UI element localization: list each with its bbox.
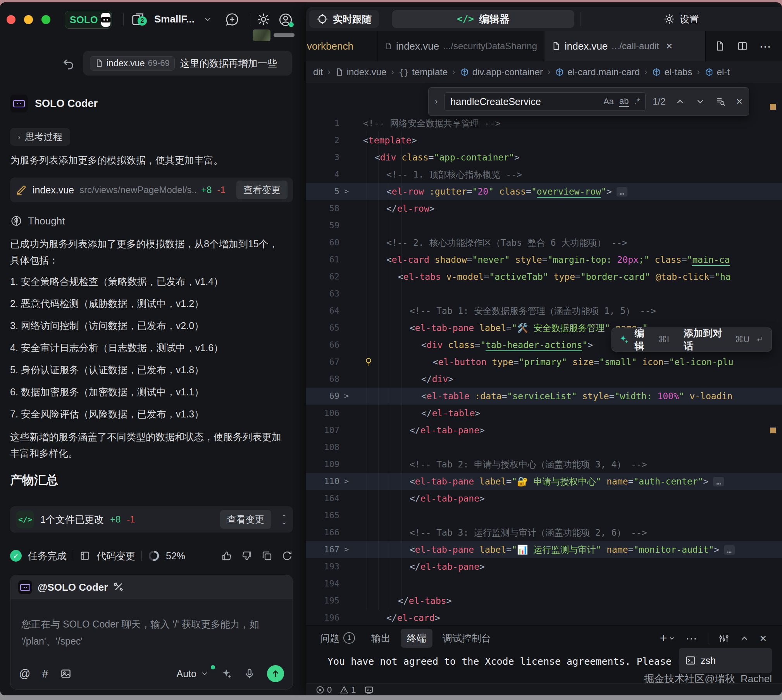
chat-composer[interactable]: @SOLO Coder 您正在与 SOLO Coder 聊天，输入 '/' 获取… [10, 575, 293, 690]
send-button[interactable] [267, 665, 284, 682]
code-editor[interactable]: 1<!-- 网络安全数据共享管理 -->2<template>3<div cla… [306, 83, 782, 625]
errors-status[interactable]: 0 [315, 685, 332, 695]
new-file-icon[interactable] [715, 41, 725, 52]
panel-tab-调试控制台[interactable]: 调试控制台 [436, 629, 497, 648]
new-chat-icon[interactable] [225, 12, 239, 27]
insert-corner-icon[interactable] [755, 334, 765, 345]
breadcrumb-item[interactable]: el-card.main-card [555, 67, 640, 78]
workspace-name[interactable]: SmallF... [154, 13, 195, 25]
code-line-193[interactable]: 193</el-tab-pane> [306, 558, 782, 575]
code-line-3[interactable]: 3<div class="app-container"> [306, 149, 782, 166]
code-line-107[interactable]: 107</el-tab-pane> [306, 422, 782, 439]
context-hash-icon[interactable]: # [42, 667, 48, 680]
ports-icon[interactable] [364, 685, 374, 695]
view-changes-button[interactable]: 查看变更 [236, 181, 288, 199]
expand-collapse-icon[interactable]: ⌃⌃ [281, 515, 287, 524]
composer-placeholder[interactable]: 您正在与 SOLO Coder 聊天，输入 '/' 获取更多能力，如 '/pla… [21, 616, 259, 650]
workspace-chevron-icon[interactable] [203, 15, 212, 24]
sparkle-icon[interactable] [220, 668, 232, 679]
previous-match-icon[interactable] [675, 97, 685, 107]
maximize-panel-icon[interactable] [739, 633, 749, 643]
ai-edit-button[interactable]: 编辑 [634, 327, 653, 352]
close-find-icon[interactable]: × [736, 95, 742, 108]
code-line-67[interactable]: 67<el-button type="primary" size="small"… [306, 353, 782, 371]
code-line-4[interactable]: 4<!-- 1. 顶部核心指标概览 --> [306, 166, 782, 183]
code-line-194[interactable]: 194 [306, 575, 782, 592]
close-panel-icon[interactable]: × [760, 632, 766, 645]
find-widget[interactable]: › handleCreateService Aa ab .* 1/2 × [428, 87, 749, 116]
regex-icon[interactable]: .* [634, 97, 640, 107]
split-editor-icon[interactable] [737, 41, 748, 52]
lightbulb-icon[interactable] [363, 357, 374, 367]
code-line-2[interactable]: 2<template> [306, 132, 782, 149]
inline-ai-popup[interactable]: 编辑 ⌘I 添加到对话 ⌘U [611, 328, 772, 352]
file-change-card[interactable]: index.vue src/views/newPageModel/s... +8… [10, 178, 293, 202]
close-window-button[interactable] [7, 15, 16, 24]
tab-index-vue-security[interactable]: index.vue .../securityDataSharing [378, 31, 544, 61]
more-actions-icon[interactable]: ⋯ [760, 40, 772, 53]
new-terminal-button[interactable]: + [660, 631, 676, 645]
ai-add-to-chat-button[interactable]: 添加到对话 [684, 327, 729, 352]
code-line-58[interactable]: 58</el-row> [306, 200, 782, 217]
tab-index-vue-call-audit[interactable]: index.vue .../call-audit × [544, 31, 706, 61]
breadcrumb-item[interactable]: div.app-container [460, 67, 543, 78]
breadcrumb-item[interactable]: el-t [704, 67, 730, 78]
code-line-60[interactable]: 60<!-- 2. 核心功能操作区（Tabs 整合 6 大功能项） --> [306, 234, 782, 251]
fold-chevron-icon[interactable]: > [344, 473, 349, 490]
artifacts-card[interactable]: </> 1个文件已更改 +8 -1 查看变更 ⌃⌃ [10, 506, 293, 533]
code-line-167[interactable]: 167><el-tab-pane label="📊 运行监测与审计" name=… [306, 541, 782, 558]
code-change-label[interactable]: 代码变更 [96, 550, 135, 562]
terminal-shell-item[interactable]: zsh [679, 648, 772, 673]
live-follow-button[interactable]: 实时跟随 [309, 10, 379, 28]
code-line-109[interactable]: 109<!-- Tab 2: 申请与授权中心（涵盖功能项 3, 4） --> [306, 456, 782, 473]
code-line-195[interactable]: 195</el-tabs> [306, 592, 782, 609]
fold-chevron-icon[interactable]: > [344, 388, 349, 405]
code-line-165[interactable]: 165 [306, 507, 782, 524]
code-line-64[interactable]: 64<!-- Tab 1: 安全数据服务管理（涵盖功能项 1, 5） --> [306, 302, 782, 319]
code-line-110[interactable]: 110><el-tab-pane label="🔐 申请与授权中心" name=… [306, 473, 782, 490]
gear-icon[interactable] [257, 12, 270, 26]
solo-mode-button[interactable]: SOLO [65, 11, 112, 29]
zoom-window-button[interactable] [41, 15, 50, 24]
file-reference-chip[interactable]: index.vue 69-69 [90, 56, 175, 71]
toggle-replace-icon[interactable]: › [435, 97, 438, 107]
thumbs-down-icon[interactable] [241, 550, 253, 562]
terminal-more-icon[interactable]: ⋯ [686, 631, 698, 645]
close-tab-icon[interactable]: × [666, 40, 672, 52]
copy-icon[interactable] [261, 550, 273, 562]
code-line-108[interactable]: 108 [306, 439, 782, 456]
panel-tab-终端[interactable]: 终端 [401, 629, 432, 648]
fold-chevron-icon[interactable]: > [344, 541, 349, 558]
breadcrumb-item[interactable]: index.vue [335, 67, 387, 78]
thinking-process-toggle[interactable]: › 思考过程 [10, 128, 70, 146]
breadcrumb-item[interactable]: dit [313, 67, 323, 78]
code-line-68[interactable]: 68</div> [306, 371, 782, 388]
regenerate-icon[interactable] [281, 550, 293, 562]
code-line-196[interactable]: 196</el-card> [306, 609, 782, 625]
whole-word-icon[interactable]: ab [619, 96, 629, 107]
settings-tab-button[interactable]: 设置 [580, 7, 782, 31]
code-line-1[interactable]: 1<!-- 网络安全数据共享管理 --> [306, 115, 782, 132]
breadcrumb-item[interactable]: el-tabs [652, 67, 692, 78]
code-line-106[interactable]: 106</el-table> [306, 405, 782, 422]
undo-icon[interactable] [62, 57, 75, 71]
mic-icon[interactable] [244, 668, 255, 679]
code-line-166[interactable]: 166<!-- Tab 3: 运行监测与审计（涵盖功能项 2, 6） --> [306, 524, 782, 541]
image-icon[interactable] [60, 668, 72, 679]
minimize-window-button[interactable] [24, 15, 33, 24]
code-line-61[interactable]: 61<el-card shadow="never" style="margin-… [306, 251, 782, 268]
panel-tab-问题[interactable]: 问题1 [314, 629, 361, 648]
view-changes-button[interactable]: 查看变更 [220, 510, 271, 529]
panel-layout-icon[interactable] [718, 633, 729, 644]
model-mode-select[interactable]: Auto [177, 668, 209, 679]
code-line-164[interactable]: 164</el-tab-pane> [306, 490, 782, 507]
panel-tab-输出[interactable]: 输出 [365, 629, 397, 648]
tab-workbench[interactable]: vorkbench [306, 31, 378, 61]
next-match-icon[interactable] [695, 97, 705, 107]
search-input[interactable]: handleCreateService Aa ab .* [444, 92, 646, 111]
code-line-5[interactable]: 5><el-row :gutter="20" class="overview-r… [306, 183, 782, 200]
match-case-icon[interactable]: Aa [603, 97, 614, 107]
code-line-63[interactable]: 63 [306, 285, 782, 302]
breadcrumb-item[interactable]: {}template [399, 67, 448, 78]
account-icon[interactable] [278, 12, 293, 27]
